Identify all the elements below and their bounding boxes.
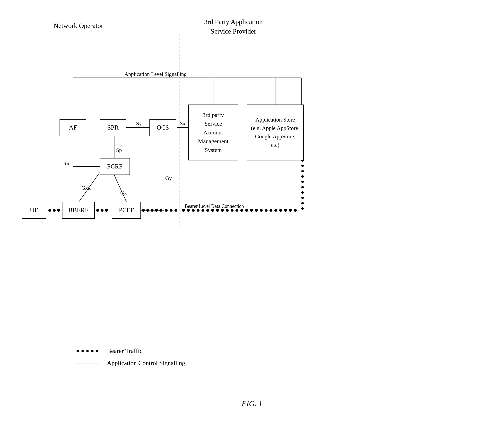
svg-point-27 [96, 209, 99, 212]
third-party-box: 3rd partyServiceAccountManagementSystem [188, 105, 238, 160]
ocs-box: OCS [149, 119, 176, 136]
app-store-box: Application Store(e.g. Apple AppStore,Go… [247, 105, 304, 160]
svg-point-36 [170, 209, 172, 212]
svg-point-60 [289, 209, 292, 212]
spr-box: SPR [100, 119, 126, 136]
pcef-box: PCEF [112, 202, 141, 219]
app-control-line [75, 363, 100, 363]
svg-point-40 [192, 209, 195, 212]
bearer-traffic-legend: Bearer Traffic [75, 347, 185, 355]
svg-text:Sp: Sp [116, 147, 122, 153]
svg-point-54 [260, 209, 263, 212]
svg-point-33 [155, 209, 158, 212]
svg-point-65 [301, 170, 304, 172]
svg-text:Application Level Signalling: Application Level Signalling [125, 71, 186, 77]
svg-point-52 [250, 209, 253, 212]
svg-point-51 [245, 209, 248, 212]
svg-point-44 [211, 209, 214, 212]
svg-point-66 [301, 175, 304, 178]
bearer-traffic-label: Bearer Traffic [107, 347, 142, 355]
svg-point-68 [301, 186, 304, 188]
svg-text:Sx: Sx [180, 120, 185, 126]
svg-text:Gx: Gx [120, 190, 127, 196]
svg-point-58 [279, 209, 282, 212]
svg-line-22 [114, 175, 126, 202]
svg-point-35 [165, 209, 168, 212]
svg-point-50 [240, 209, 243, 212]
svg-point-26 [57, 209, 60, 212]
svg-point-48 [231, 209, 234, 212]
diagram-container: Network Operator 3rd Party ApplicationSe… [15, 15, 489, 415]
svg-point-42 [201, 209, 204, 212]
svg-point-30 [142, 209, 145, 212]
svg-point-69 [301, 191, 304, 194]
svg-point-71 [301, 202, 304, 204]
legend-area: Bearer Traffic Application Control Signa… [75, 347, 185, 372]
svg-point-55 [265, 209, 268, 212]
svg-point-72 [301, 207, 304, 210]
svg-point-34 [159, 209, 162, 212]
svg-text:Bearer Level Data Connection: Bearer Level Data Connection [185, 203, 244, 209]
svg-point-38 [182, 209, 185, 212]
svg-point-67 [301, 181, 304, 183]
ue-box: UE [22, 202, 46, 219]
af-box: AF [60, 119, 86, 136]
svg-point-45 [216, 209, 219, 212]
svg-point-41 [197, 209, 199, 212]
figure-label: FIG. 1 [242, 399, 262, 408]
svg-point-29 [105, 209, 108, 212]
svg-point-39 [187, 209, 190, 212]
svg-point-49 [235, 209, 238, 212]
app-control-label: Application Control Signalling [107, 359, 185, 367]
svg-text:Gy: Gy [165, 175, 172, 181]
svg-point-47 [226, 209, 229, 212]
svg-point-37 [174, 209, 177, 212]
svg-text:Gxx: Gxx [81, 185, 91, 191]
svg-point-46 [221, 209, 224, 212]
pcrf-box: PCRF [100, 158, 130, 175]
bearer-traffic-dots [75, 350, 100, 352]
svg-point-25 [53, 209, 56, 212]
bberf-box: BBERF [62, 202, 95, 219]
svg-text:Rx: Rx [63, 160, 70, 166]
svg-point-56 [270, 209, 272, 212]
svg-point-70 [301, 197, 304, 199]
app-control-legend: Application Control Signalling [75, 359, 185, 367]
svg-point-53 [255, 209, 258, 212]
svg-point-24 [48, 209, 51, 212]
svg-point-57 [274, 209, 277, 212]
svg-point-43 [206, 209, 209, 212]
svg-point-61 [294, 209, 297, 212]
svg-text:Sy: Sy [136, 120, 142, 126]
svg-point-59 [284, 209, 287, 212]
svg-point-31 [146, 209, 149, 212]
svg-point-64 [301, 165, 304, 167]
svg-point-32 [151, 209, 153, 212]
svg-point-28 [101, 209, 104, 212]
